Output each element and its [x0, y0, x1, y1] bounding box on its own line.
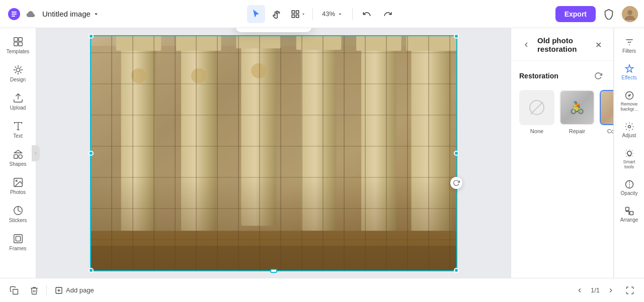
restoration-option-repair[interactable]: Repair: [559, 90, 595, 134]
upload-label: Upload: [10, 105, 26, 111]
next-page-button[interactable]: [604, 283, 618, 297]
svg-rect-19: [16, 236, 20, 241]
canvas-content[interactable]: •••: [90, 35, 457, 271]
rotate-handle[interactable]: [450, 177, 462, 189]
restoration-thumb-repair[interactable]: [559, 90, 595, 125]
undo-button[interactable]: [358, 5, 376, 23]
arrange-icon: [624, 206, 634, 216]
sidebar-item-design[interactable]: Design: [3, 60, 33, 86]
photos-icon: [13, 177, 24, 188]
frames-icon: [13, 233, 24, 244]
more-button[interactable]: •••: [291, 28, 307, 29]
icon-tool-arrange[interactable]: Arrange: [615, 202, 643, 227]
restoration-label-colorize: Colorize: [607, 128, 614, 134]
user-avatar[interactable]: [622, 6, 638, 22]
sidebar-item-templates[interactable]: Templates: [3, 32, 33, 58]
handle-middle-right[interactable]: [454, 151, 459, 156]
redo-button[interactable]: [379, 5, 397, 23]
restoration-thumb-none[interactable]: [519, 90, 554, 125]
restoration-option-colorize[interactable]: Colorize: [600, 90, 614, 134]
export-button[interactable]: Export: [555, 6, 596, 22]
arrange-label: Arrange: [620, 217, 638, 223]
svg-rect-25: [301, 36, 336, 231]
sidebar-expand-handle[interactable]: ›: [32, 145, 40, 161]
shield-button[interactable]: [600, 5, 618, 23]
sidebar-item-text[interactable]: Text: [3, 117, 33, 143]
icon-tool-remove-bg[interactable]: Removebackgr...: [615, 86, 643, 116]
handle-bottom-left[interactable]: [89, 268, 94, 273]
delete-page-button[interactable]: [26, 282, 42, 298]
hand-tool-button[interactable]: [268, 5, 286, 23]
duplicate-page-button[interactable]: [6, 282, 22, 298]
sidebar-item-frames[interactable]: Frames: [3, 229, 33, 255]
handle-middle-left[interactable]: [89, 151, 94, 156]
topbar-center: 43%: [247, 5, 397, 23]
svg-rect-28: [116, 36, 161, 51]
svg-rect-7: [18, 38, 22, 41]
svg-point-50: [628, 126, 630, 128]
crop-button[interactable]: [240, 28, 256, 29]
svg-rect-20: [91, 36, 456, 270]
file-name-button[interactable]: Untitled image: [38, 8, 104, 20]
icon-tool-smart-tools[interactable]: Smarttools: [615, 144, 643, 173]
frames-label: Frames: [10, 246, 27, 251]
svg-rect-52: [625, 208, 629, 211]
adjust-icon: [624, 122, 634, 132]
section-title: Restoration: [519, 72, 558, 80]
icon-tool-filters[interactable]: Filters: [615, 33, 643, 58]
icon-tool-effects[interactable]: Effects: [615, 60, 643, 84]
handle-bottom-right[interactable]: [454, 268, 459, 273]
chevron-down-icon: [93, 11, 100, 18]
photos-label: Photos: [10, 189, 26, 195]
templates-label: Templates: [7, 49, 30, 54]
topbar: Untitled image 43% Export: [0, 0, 644, 28]
svg-rect-26: [361, 36, 396, 236]
panel-header: Old photo restoration ✕: [511, 28, 613, 61]
icon-tool-adjust[interactable]: Adjust: [615, 118, 643, 142]
select-tool-button[interactable]: [247, 5, 265, 23]
prev-page-button[interactable]: [573, 283, 587, 297]
handle-bottom-middle[interactable]: [270, 269, 277, 273]
sidebar-item-photos[interactable]: Photos: [3, 173, 33, 199]
handle-top-left[interactable]: [89, 34, 94, 39]
restoration-panel: Old photo restoration ✕ Restoration: [511, 28, 614, 278]
file-name-text: Untitled image: [42, 10, 91, 18]
none-icon: [529, 100, 544, 115]
canvas-area[interactable]: Page 1: [36, 28, 511, 278]
design-icon: [13, 64, 24, 75]
add-page-button[interactable]: Add page: [51, 284, 98, 296]
restoration-option-none[interactable]: None: [519, 90, 554, 134]
sidebar-item-upload[interactable]: Upload: [3, 88, 33, 115]
bottombar: Add page 1/1: [0, 278, 644, 302]
opacity-label: Opacity: [621, 190, 638, 196]
zoom-button[interactable]: 43%: [318, 8, 347, 20]
expand-button[interactable]: [622, 282, 638, 298]
svg-rect-30: [236, 36, 281, 48]
add-page-icon: [55, 286, 63, 294]
svg-rect-0: [292, 11, 294, 13]
canva-logo[interactable]: [6, 6, 22, 22]
svg-rect-27: [411, 36, 451, 241]
handle-top-right[interactable]: [454, 34, 459, 39]
view-options-button[interactable]: [289, 5, 307, 23]
section-refresh-button[interactable]: [591, 69, 605, 83]
svg-rect-54: [13, 289, 18, 294]
panel-back-button[interactable]: [519, 38, 533, 52]
svg-rect-9: [18, 42, 22, 46]
copy-button[interactable]: [274, 28, 290, 29]
add-page-label: Add page: [66, 286, 94, 294]
svg-rect-22: [121, 36, 156, 236]
svg-rect-24: [241, 36, 276, 226]
restoration-label-none: None: [530, 128, 543, 134]
bottom-divider: [46, 285, 47, 295]
svg-rect-32: [356, 36, 401, 51]
sidebar-item-stickers[interactable]: Stickers: [3, 201, 33, 227]
svg-point-16: [16, 180, 17, 181]
sidebar-item-shapes[interactable]: Shapes: [3, 145, 33, 171]
icon-tool-opacity[interactable]: Opacity: [615, 175, 643, 200]
restoration-thumb-colorize[interactable]: [600, 90, 614, 125]
smart-tools-icon: [624, 148, 634, 158]
panel-close-button[interactable]: ✕: [591, 38, 605, 52]
grid-button[interactable]: [257, 28, 273, 29]
divider-2: [352, 8, 353, 20]
